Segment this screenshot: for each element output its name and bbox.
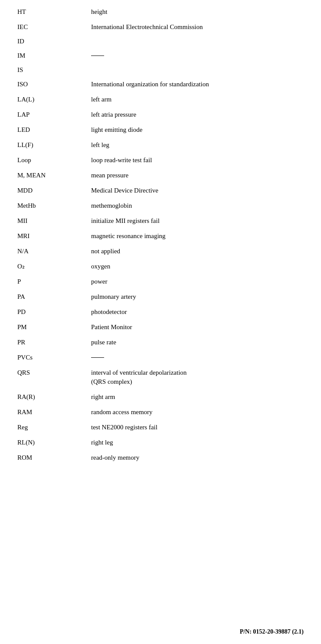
term-label: RA(R) xyxy=(17,393,91,401)
glossary-row: HTheight xyxy=(17,4,304,20)
definition-text: light emitting diode xyxy=(91,125,304,134)
term-label: PM xyxy=(17,324,91,331)
term-label: PR xyxy=(17,339,91,346)
term-label: MRI xyxy=(17,232,91,240)
glossary-row: PMPatient Monitor xyxy=(17,320,304,335)
glossary-row: QRSinterval of ventricular depolarizatio… xyxy=(17,365,304,389)
term-label: O₂ xyxy=(17,262,91,270)
definition-text: initialize MII registers fail xyxy=(91,216,304,226)
glossary-row: MetHbmethemoglobin xyxy=(17,198,304,213)
term-label: PA xyxy=(17,293,91,301)
glossary-row: PDphotodetector xyxy=(17,304,304,320)
glossary-row: MRImagnetic resonance imaging xyxy=(17,229,304,244)
glossary-row: M, MEANmean pressure xyxy=(17,168,304,183)
glossary-container: HTheightIECInternational Electrotechnica… xyxy=(17,4,304,465)
glossary-row: PApulmonary artery xyxy=(17,289,304,304)
glossary-row: PVCs xyxy=(17,350,304,365)
definition-text: right leg xyxy=(91,438,304,447)
definition-text xyxy=(91,353,304,362)
term-label: Loop xyxy=(17,157,91,164)
term-label: M, MEAN xyxy=(17,172,91,179)
term-label: MDD xyxy=(17,187,91,194)
definition-text: mean pressure xyxy=(91,171,304,180)
glossary-row: IM xyxy=(17,48,304,63)
term-label: HT xyxy=(17,8,91,16)
definition-text: International organization for standardi… xyxy=(91,80,304,89)
footer-part-number: P/N: 0152-20-39887 (2.1) xyxy=(240,628,304,635)
glossary-row: Ppower xyxy=(17,274,304,289)
definition-text: height xyxy=(91,7,304,16)
glossary-row: RAMrandom access memory xyxy=(17,405,304,420)
definition-text: not applied xyxy=(91,247,304,256)
definition-text: read-only memory xyxy=(91,453,304,462)
glossary-row: PRpulse rate xyxy=(17,335,304,350)
glossary-row: RL(N)right leg xyxy=(17,435,304,450)
term-label: ROM xyxy=(17,454,91,461)
term-label: IS xyxy=(17,66,91,74)
term-label: QRS xyxy=(17,369,91,376)
term-label: ISO xyxy=(17,81,91,88)
glossary-row: MDDMedical Device Directive xyxy=(17,183,304,198)
term-label: MetHb xyxy=(17,202,91,209)
term-label: LAP xyxy=(17,111,91,118)
term-label: ID xyxy=(17,38,91,45)
definition-text: interval of ventricular depolarization(Q… xyxy=(91,368,304,386)
glossary-row: LAPleft atria pressure xyxy=(17,107,304,122)
term-label: RL(N) xyxy=(17,439,91,446)
glossary-row: IECInternational Electrotechnical Commis… xyxy=(17,20,304,35)
definition-text: Medical Device Directive xyxy=(91,186,304,195)
definition-text: random access memory xyxy=(91,408,304,417)
term-label: LED xyxy=(17,126,91,134)
glossary-row: Regtest NE2000 registers fail xyxy=(17,420,304,435)
glossary-row: MIIinitialize MII registers fail xyxy=(17,213,304,229)
term-label: Reg xyxy=(17,424,91,431)
glossary-row: Looploop read-write test fail xyxy=(17,153,304,168)
glossary-row: O₂oxygen xyxy=(17,259,304,274)
term-label: IM xyxy=(17,52,91,59)
term-label: LA(L) xyxy=(17,96,91,103)
term-label: RAM xyxy=(17,409,91,416)
glossary-row: N/Anot applied xyxy=(17,244,304,259)
glossary-row: ISOInternational organization for standa… xyxy=(17,77,304,92)
definition-text: International Electrotechnical Commissio… xyxy=(91,23,304,32)
definition-text: Patient Monitor xyxy=(91,323,304,332)
definition-text: pulmonary artery xyxy=(91,292,304,301)
term-label: PD xyxy=(17,308,91,316)
definition-text: left atria pressure xyxy=(91,110,304,119)
definition-text: left arm xyxy=(91,95,304,104)
glossary-row: LA(L)left arm xyxy=(17,92,304,107)
glossary-row: LL(F)left leg xyxy=(17,137,304,153)
definition-text: pulse rate xyxy=(91,338,304,347)
term-label: PVCs xyxy=(17,354,91,361)
glossary-row: LEDlight emitting diode xyxy=(17,122,304,137)
term-label: MII xyxy=(17,217,91,225)
definition-text: power xyxy=(91,277,304,286)
definition-text: photodetector xyxy=(91,307,304,317)
term-label: N/A xyxy=(17,248,91,255)
term-label: IEC xyxy=(17,23,91,31)
definition-text: test NE2000 registers fail xyxy=(91,423,304,432)
definition-text: right arm xyxy=(91,392,304,402)
term-label: LL(F) xyxy=(17,141,91,149)
definition-text: magnetic resonance imaging xyxy=(91,232,304,241)
definition-text: loop read-write test fail xyxy=(91,156,304,165)
definition-text: oxygen xyxy=(91,262,304,271)
definition-text: methemoglobin xyxy=(91,201,304,210)
glossary-row: ID xyxy=(17,35,304,48)
glossary-row: ROMread-only memory xyxy=(17,450,304,465)
glossary-row: IS xyxy=(17,63,304,77)
glossary-row: RA(R)right arm xyxy=(17,389,304,405)
definition-text xyxy=(91,51,304,60)
term-label: P xyxy=(17,278,91,285)
definition-text: left leg xyxy=(91,141,304,150)
